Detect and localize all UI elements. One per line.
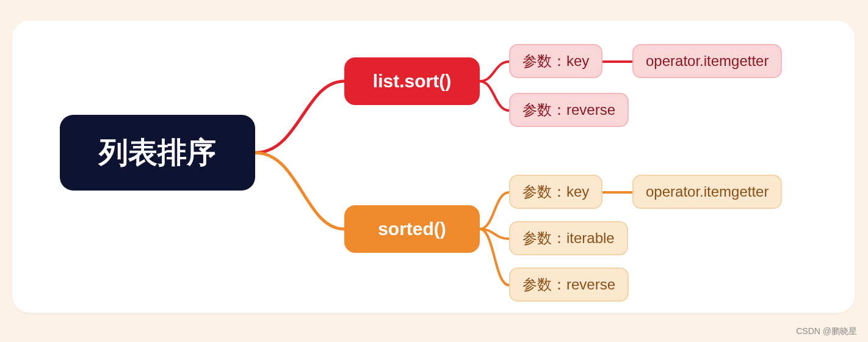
branch-list-sort-label: list.sort() bbox=[373, 71, 451, 92]
leaf-sort-itemgetter-label: operator.itemgetter bbox=[646, 53, 769, 70]
leaf-sorted-itemgetter: operator.itemgetter bbox=[632, 175, 782, 209]
leaf-sorted-itemgetter-label: operator.itemgetter bbox=[646, 183, 769, 200]
watermark: CSDN @鹏晓星 bbox=[796, 326, 857, 337]
root-label: 列表排序 bbox=[99, 133, 216, 172]
leaf-sort-reverse-label: 参数：reverse bbox=[523, 100, 615, 120]
leaf-sorted-iterable: 参数：iterable bbox=[509, 221, 628, 255]
leaf-sort-reverse: 参数：reverse bbox=[509, 93, 629, 127]
branch-sorted-label: sorted() bbox=[378, 219, 446, 239]
root-node: 列表排序 bbox=[60, 115, 255, 191]
leaf-sorted-key: 参数：key bbox=[509, 175, 602, 209]
leaf-sort-itemgetter: operator.itemgetter bbox=[632, 44, 782, 78]
canvas: 列表排序 list.sort() sorted() 参数：key 参数：reve… bbox=[0, 0, 868, 342]
leaf-sorted-key-label: 参数：key bbox=[523, 182, 589, 202]
branch-sorted: sorted() bbox=[344, 205, 480, 253]
leaf-sorted-reverse-label: 参数：reverse bbox=[523, 275, 615, 294]
branch-list-sort: list.sort() bbox=[344, 57, 480, 105]
leaf-sort-key-label: 参数：key bbox=[523, 51, 589, 71]
leaf-sorted-iterable-label: 参数：iterable bbox=[523, 228, 615, 248]
leaf-sorted-reverse: 参数：reverse bbox=[509, 267, 629, 302]
mindmap-card: 列表排序 list.sort() sorted() 参数：key 参数：reve… bbox=[12, 21, 855, 313]
leaf-sort-key: 参数：key bbox=[509, 44, 602, 78]
